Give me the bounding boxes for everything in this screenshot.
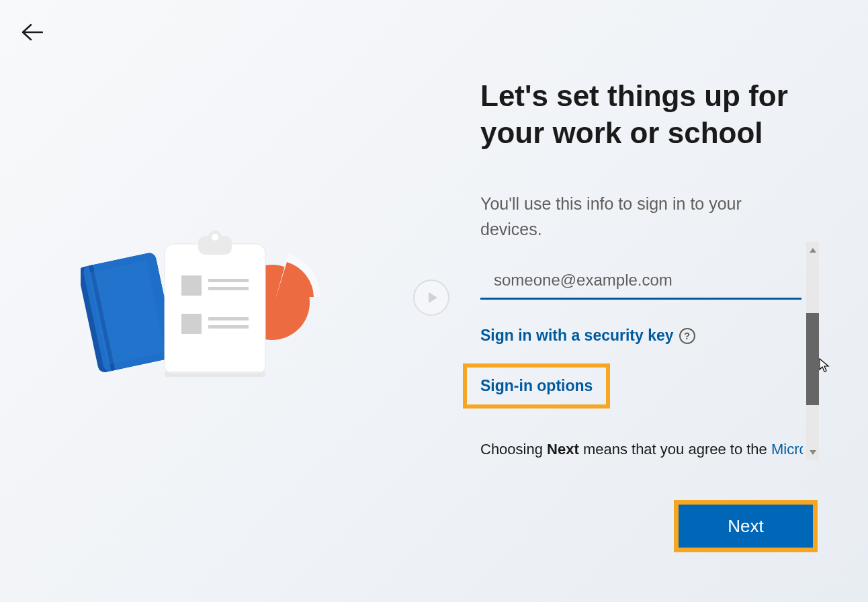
- signin-options-link[interactable]: Sign-in options: [480, 377, 593, 394]
- scrollbar[interactable]: [806, 242, 819, 460]
- svg-rect-14: [208, 317, 249, 320]
- agreement-bold: Next: [547, 441, 579, 458]
- svg-rect-12: [208, 287, 249, 290]
- play-button[interactable]: [413, 280, 449, 316]
- main-content: Let's set things up for your work or sch…: [480, 77, 810, 408]
- next-button-highlight: Next: [674, 500, 818, 552]
- svg-rect-5: [165, 244, 265, 375]
- help-icon[interactable]: ?: [679, 328, 695, 344]
- svg-rect-11: [208, 279, 249, 282]
- svg-rect-6: [165, 372, 265, 377]
- security-key-link[interactable]: Sign in with a security key: [480, 327, 674, 345]
- setup-illustration: [81, 225, 343, 380]
- agreement-middle: means that you agree to the: [579, 441, 771, 458]
- signin-options-highlight: Sign-in options: [463, 363, 610, 408]
- back-arrow-icon: [21, 24, 43, 41]
- agreement-prefix: Choosing: [480, 441, 547, 458]
- back-button[interactable]: [19, 19, 46, 46]
- next-button[interactable]: Next: [679, 505, 813, 548]
- scrollbar-up-button[interactable]: [806, 245, 819, 255]
- chevron-up-icon: [810, 248, 816, 253]
- agreement-text: Choosing Next means that you agree to th…: [480, 441, 803, 458]
- svg-rect-10: [181, 275, 202, 296]
- scrollbar-thumb[interactable]: [806, 313, 819, 405]
- scrollbar-down-button[interactable]: [806, 447, 819, 458]
- svg-point-9: [212, 234, 218, 241]
- svg-rect-15: [208, 325, 249, 329]
- page-subtitle: You'll use this info to sign in to your …: [480, 191, 789, 242]
- svg-rect-13: [181, 314, 202, 334]
- cursor-icon: [819, 358, 831, 377]
- email-input[interactable]: [480, 265, 801, 300]
- agreement-link[interactable]: Micro: [771, 441, 803, 458]
- page-heading: Let's set things up for your work or sch…: [480, 77, 810, 151]
- play-icon: [429, 292, 437, 303]
- chevron-down-icon: [810, 450, 816, 455]
